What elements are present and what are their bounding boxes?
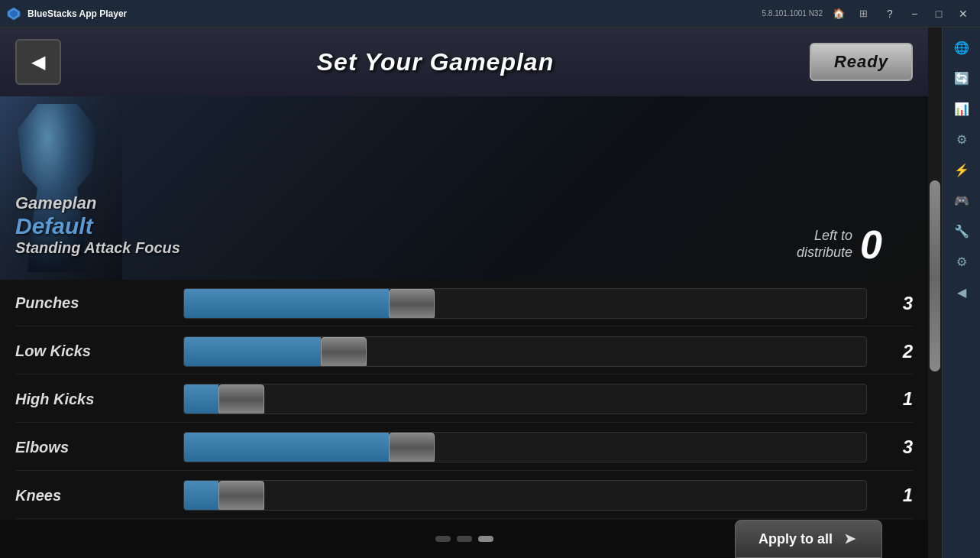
app-version: 5.8.101.1001 N32 xyxy=(762,9,823,18)
slider-label-3: Elbows xyxy=(15,439,168,456)
slider-label-2: High Kicks xyxy=(15,391,168,408)
slider-thumb-0[interactable] xyxy=(389,289,435,319)
sidebar-icon-chart[interactable]: 📊 xyxy=(948,95,975,122)
gameplan-info: Gameplan Default Standing Attack Focus xyxy=(15,193,180,257)
sidebar-icon-refresh[interactable]: 🔄 xyxy=(948,64,975,92)
home-icon-btn[interactable]: 🏠 xyxy=(829,4,849,24)
back-button[interactable]: ◀ xyxy=(15,39,61,85)
attack-focus-label: Standing Attack Focus xyxy=(15,239,180,257)
send-icon: ➤ xyxy=(840,530,859,548)
slider-row: Punches3 xyxy=(15,281,913,326)
distribute-value: 0 xyxy=(860,225,882,264)
app-name: BlueStacks App Player xyxy=(27,8,755,19)
slider-track-container-0[interactable] xyxy=(183,288,867,319)
slider-label-0: Punches xyxy=(15,294,168,312)
multi-icon-btn[interactable]: ⊞ xyxy=(853,4,873,24)
slider-label-4: Knees xyxy=(15,487,168,504)
scrollbar-thumb[interactable] xyxy=(930,180,940,371)
app-logo xyxy=(6,6,21,21)
help-button[interactable]: ? xyxy=(879,3,901,24)
slider-track-container-3[interactable] xyxy=(183,432,867,462)
game-area: ◀ Set Your Gameplan Ready Gameplan Defau… xyxy=(0,28,928,558)
slider-fill-2 xyxy=(184,384,218,414)
slider-fill-0 xyxy=(184,289,389,318)
apply-all-label: Apply to all xyxy=(758,531,833,547)
slider-track-1 xyxy=(183,336,867,367)
slider-row: Knees1 xyxy=(15,473,913,519)
main-layout: ◀ Set Your Gameplan Ready Gameplan Defau… xyxy=(0,28,980,558)
slider-fill-3 xyxy=(184,433,389,462)
slider-track-2 xyxy=(183,384,867,414)
distribute-section: Left todistribute 0 xyxy=(797,225,882,264)
sidebar-icon-game[interactable]: 🎮 xyxy=(948,187,975,214)
slider-row: Elbows3 xyxy=(15,425,913,471)
slider-track-0 xyxy=(183,288,867,319)
slider-thumb-2[interactable] xyxy=(218,384,264,414)
window-controls: ? − □ ✕ xyxy=(879,3,974,24)
dot-2 xyxy=(457,536,472,542)
sidebar-icon-settings[interactable]: ⚙ xyxy=(948,248,975,275)
slider-fill-4 xyxy=(184,481,218,510)
slider-fill-1 xyxy=(184,337,321,366)
page-title: Set Your Gameplan xyxy=(61,48,810,76)
minimize-button[interactable]: − xyxy=(904,3,925,24)
title-bar: BlueStacks App Player 5.8.101.1001 N32 🏠… xyxy=(0,0,980,28)
dot-3 xyxy=(478,536,493,542)
gameplan-name: Default xyxy=(15,213,180,239)
slider-track-3 xyxy=(183,432,867,462)
sidebar-icon-flash[interactable]: ⚡ xyxy=(948,156,975,183)
slider-track-4 xyxy=(183,480,867,511)
slider-track-container-4[interactable] xyxy=(183,480,867,511)
scrollbar[interactable] xyxy=(928,28,942,558)
sidebar-icon-back[interactable]: ◀ xyxy=(948,278,975,306)
slider-thumb-4[interactable] xyxy=(218,481,264,511)
slider-value-2: 1 xyxy=(882,388,913,410)
character-area: Gameplan Default Standing Attack Focus L… xyxy=(0,96,928,280)
ready-button[interactable]: Ready xyxy=(810,43,913,81)
slider-thumb-1[interactable] xyxy=(321,337,367,367)
slider-track-container-2[interactable] xyxy=(183,384,867,414)
game-content: Gameplan Default Standing Attack Focus L… xyxy=(0,96,928,558)
sidebar-icon-globe[interactable]: 🌐 xyxy=(948,34,975,61)
slider-row: High Kicks1 xyxy=(15,377,913,423)
slider-value-3: 3 xyxy=(882,436,913,458)
maximize-button[interactable]: □ xyxy=(928,3,949,24)
sidebar-icon-tool[interactable]: 🔧 xyxy=(948,217,975,245)
slider-track-container-1[interactable] xyxy=(183,336,867,367)
dot-1 xyxy=(435,536,451,542)
slider-label-1: Low Kicks xyxy=(15,342,168,360)
sliders-area: Punches3Low Kicks2High Kicks1Elbows3Knee… xyxy=(0,280,928,520)
title-bar-icons: 🏠 ⊞ xyxy=(829,4,873,24)
right-sidebar: 🌐 🔄 📊 ⚙ ⚡ 🎮 🔧 ⚙ ◀ xyxy=(942,28,980,558)
slider-value-1: 2 xyxy=(882,341,913,362)
sidebar-icon-gear[interactable]: ⚙ xyxy=(948,125,975,153)
close-button[interactable]: ✕ xyxy=(953,3,974,24)
bottom-bar: Apply to all ➤ xyxy=(0,520,928,558)
slider-row: Low Kicks2 xyxy=(15,329,913,375)
slider-value-0: 3 xyxy=(882,293,913,314)
slider-thumb-3[interactable] xyxy=(389,433,435,462)
slider-value-4: 1 xyxy=(882,485,913,506)
distribute-label: Left todistribute xyxy=(797,228,852,261)
game-header: ◀ Set Your Gameplan Ready xyxy=(0,28,928,96)
apply-all-button[interactable]: Apply to all ➤ xyxy=(735,520,882,558)
gameplan-label: Gameplan xyxy=(15,193,180,213)
back-arrow-icon: ◀ xyxy=(31,51,45,73)
